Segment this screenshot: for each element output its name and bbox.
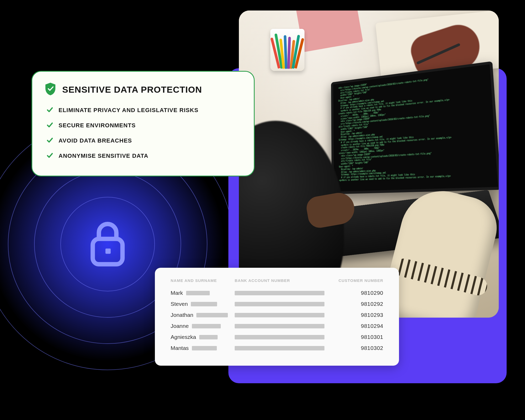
account-mask: [235, 302, 324, 306]
customer-number: 9810292: [331, 301, 383, 307]
customer-number: 9810301: [331, 334, 383, 340]
surname-mask: [196, 313, 228, 317]
account-mask: [235, 346, 324, 350]
surname-mask: [192, 324, 221, 328]
account-cell: [235, 291, 324, 295]
feature-label: AVOID DATA BREACHES: [59, 137, 132, 144]
first-name: Jonathan: [171, 312, 193, 318]
check-icon: [46, 137, 53, 145]
account-cell: [235, 324, 324, 328]
first-name: Joanne: [171, 323, 189, 329]
data-table-card: NAME AND SURNAME BANK ACCOUNT NUMBER CUS…: [155, 268, 399, 366]
col-header-name: NAME AND SURNAME: [171, 278, 228, 283]
surname-mask: [199, 335, 218, 339]
surname-mask: [192, 346, 217, 350]
table-row: Agnieszka9810301: [171, 332, 383, 343]
customer-number: 9810293: [331, 312, 383, 318]
feature-label: ELIMINATE PRIVACY AND LEGISLATIVE RISKS: [59, 107, 198, 114]
account-cell: [235, 335, 324, 339]
account-mask: [235, 313, 324, 317]
features-title: SENSITIVE DATA PROTECTION: [62, 85, 202, 95]
name-cell: Steven: [171, 301, 228, 307]
name-cell: Jonathan: [171, 312, 228, 318]
features-card: SENSITIVE DATA PROTECTION ELIMINATE PRIV…: [32, 71, 255, 176]
first-name: Steven: [171, 301, 188, 307]
composition: <div class="wp-image-21839" src="https:/…: [0, 0, 525, 420]
name-cell: Agnieszka: [171, 334, 228, 340]
customer-number: 9810294: [331, 323, 383, 329]
table-row: Mark9810290: [171, 287, 383, 298]
first-name: Mantas: [171, 345, 189, 351]
col-header-customer: CUSTOMER NUMBER: [331, 278, 383, 283]
first-name: Mark: [171, 290, 183, 296]
table-row: Steven9810292: [171, 298, 383, 309]
account-mask: [235, 291, 324, 295]
surname-mask: [191, 302, 217, 306]
account-mask: [235, 324, 324, 328]
first-name: Agnieszka: [171, 334, 196, 340]
name-cell: Joanne: [171, 323, 228, 329]
account-cell: [235, 313, 324, 317]
table-row: Mantas9810302: [171, 343, 383, 354]
pen-cup: [270, 29, 304, 71]
surname-mask: [186, 291, 210, 295]
feature-label: SECURE ENVIRONMENTS: [59, 122, 136, 129]
check-icon: [46, 122, 53, 129]
feature-item: AVOID DATA BREACHES: [44, 133, 242, 148]
check-icon: [46, 106, 53, 114]
account-mask: [235, 335, 324, 339]
col-header-account: BANK ACCOUNT NUMBER: [235, 278, 324, 283]
customer-number: 9810302: [331, 345, 383, 351]
feature-item: SECURE ENVIRONMENTS: [44, 118, 242, 133]
shield-check-icon: [44, 82, 56, 97]
account-cell: [235, 302, 324, 306]
table-row: Jonathan9810293: [171, 309, 383, 321]
check-icon: [46, 152, 53, 160]
table-row: Joanne9810294: [171, 321, 383, 332]
lock-icon: [85, 218, 130, 270]
customer-number: 9810290: [331, 290, 383, 296]
account-cell: [235, 346, 324, 350]
name-cell: Mark: [171, 290, 228, 296]
svg-rect-1: [106, 249, 111, 254]
feature-item: ELIMINATE PRIVACY AND LEGISLATIVE RISKS: [44, 103, 242, 118]
feature-label: ANONYMISE SENSITIVE DATA: [59, 153, 148, 159]
code-text: <div class="wp-image-21839" src="https:/…: [336, 69, 494, 188]
feature-item: ANONYMISE SENSITIVE DATA: [44, 148, 242, 164]
name-cell: Mantas: [171, 345, 228, 351]
